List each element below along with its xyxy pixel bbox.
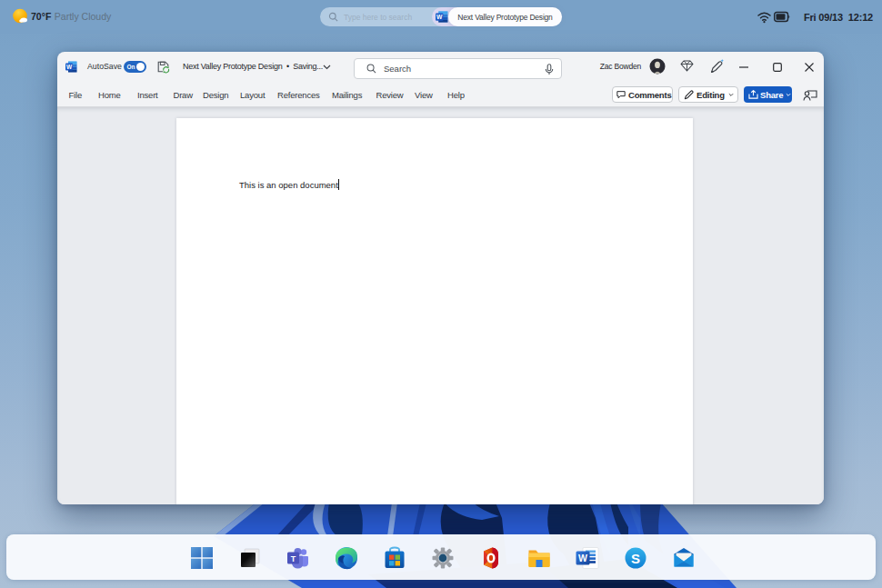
svg-text:W: W [578, 553, 587, 563]
svg-text:T: T [290, 554, 296, 563]
svg-text:S: S [630, 551, 639, 566]
svg-text:W: W [66, 64, 73, 70]
svg-text:W: W [436, 14, 443, 20]
